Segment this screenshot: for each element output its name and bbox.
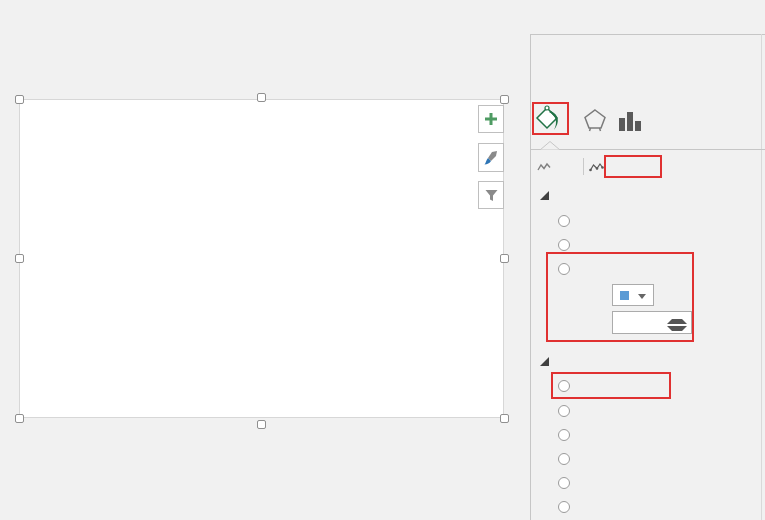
radio-fill-picture[interactable] <box>558 453 575 465</box>
marker-type-swatch <box>620 291 629 300</box>
selection-handle-top-right[interactable] <box>500 95 509 104</box>
spinner-up-icon[interactable] <box>667 319 687 324</box>
radio-marker-none[interactable] <box>558 239 575 251</box>
radio-marker-builtin[interactable] <box>558 263 575 275</box>
selection-handle-mid-left[interactable] <box>15 254 24 263</box>
line-chart-plot[interactable] <box>20 100 503 417</box>
active-tab-notch <box>540 141 560 150</box>
radio-fill-none[interactable] <box>558 380 575 392</box>
radio-circle <box>558 215 570 227</box>
tab-effects[interactable] <box>582 107 608 137</box>
radio-circle <box>558 453 570 465</box>
paint-bucket-icon <box>535 105 563 132</box>
tab-fill-line[interactable] <box>535 105 563 136</box>
radio-circle <box>558 405 570 417</box>
selection-handle-top-center[interactable] <box>257 93 266 102</box>
marker-tab-icon <box>589 162 604 173</box>
radio-fill-pattern[interactable] <box>558 477 575 489</box>
pane-right-edge <box>761 34 762 520</box>
section-collapse-icon[interactable] <box>540 191 549 200</box>
radio-circle <box>558 380 570 392</box>
pentagon-icon <box>582 107 608 133</box>
radio-marker-auto[interactable] <box>558 215 575 227</box>
radio-fill-solid[interactable] <box>558 405 575 417</box>
radio-fill-gradient[interactable] <box>558 429 575 441</box>
funnel-icon <box>484 188 499 203</box>
chart-legend[interactable] <box>20 405 505 419</box>
excel-window <box>0 0 765 520</box>
marker-type-dropdown[interactable] <box>612 284 654 306</box>
brush-icon <box>483 150 499 166</box>
chart-filters-button[interactable] <box>478 181 504 209</box>
pane-left-divider <box>530 34 531 520</box>
dropdown-arrow-icon <box>638 294 646 299</box>
plus-icon <box>484 112 498 126</box>
selection-handle-bottom-left[interactable] <box>15 414 24 423</box>
marker-size-spinner[interactable] <box>612 311 692 334</box>
section-collapse-icon[interactable] <box>540 357 549 366</box>
radio-circle <box>558 501 570 513</box>
tab-separator <box>530 149 765 150</box>
tab-series-options[interactable] <box>618 110 642 136</box>
chart-styles-button[interactable] <box>478 143 504 172</box>
highlight-box-marker-tab <box>604 155 662 178</box>
selection-handle-bottom-right[interactable] <box>500 414 509 423</box>
chart-object[interactable] <box>19 99 504 418</box>
radio-circle <box>558 263 570 275</box>
spinner-down-icon[interactable] <box>667 326 687 331</box>
selection-handle-bottom-center[interactable] <box>257 420 266 429</box>
bar-chart-icon <box>618 110 642 132</box>
chart-elements-button[interactable] <box>478 105 504 133</box>
pane-top-border <box>530 34 765 35</box>
line-tab-icon <box>537 162 551 173</box>
radio-circle <box>558 477 570 489</box>
radio-fill-auto[interactable] <box>558 501 575 513</box>
sub-tab-divider <box>583 158 584 175</box>
selection-handle-mid-right[interactable] <box>500 254 509 263</box>
selection-handle-top-left[interactable] <box>15 95 24 104</box>
radio-circle <box>558 429 570 441</box>
radio-circle <box>558 239 570 251</box>
